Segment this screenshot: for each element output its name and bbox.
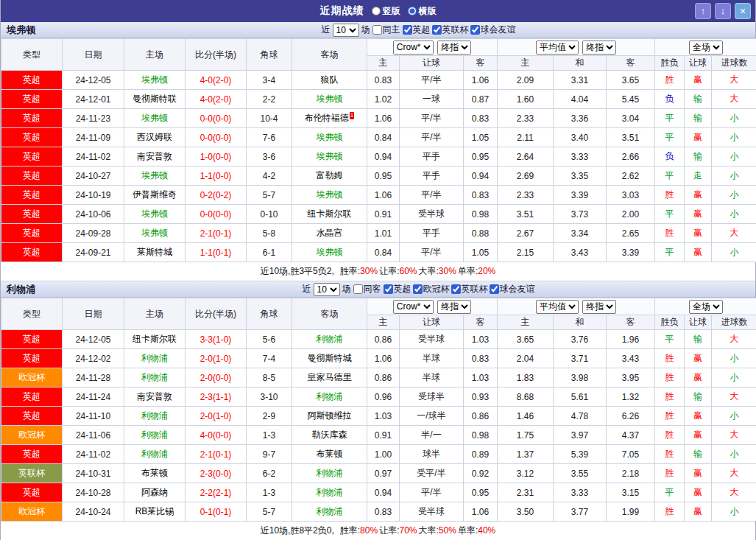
league-type: 英超 [1, 330, 63, 349]
match-date: 24-10-24 [63, 502, 124, 522]
match-row[interactable]: 欧冠杯24-11-06利物浦4-0(0-0)1-3勒沃库森0.91半/一0.98… [1, 426, 756, 445]
asia-home-odds: 0.94 [367, 483, 400, 502]
asia-home-odds: 0.91 [367, 205, 400, 224]
handicap-result: 输 [685, 388, 712, 407]
away-team: 富勒姆 [292, 166, 367, 186]
match-row[interactable]: 英超24-09-21莱斯特城1-1(0-1)6-1埃弗顿0.84平/半1.052… [1, 243, 756, 262]
league-filter[interactable]: 英联杯 [432, 24, 469, 36]
match-row[interactable]: 欧冠杯24-10-24RB莱比锡0-1(0-1)5-7利物浦0.83受半球1.0… [1, 502, 756, 522]
match-row[interactable]: 英超24-12-02利物浦2-0(1-0)7-4曼彻斯特城1.06半球0.832… [1, 349, 756, 368]
scroll-down-button[interactable]: ↓ [715, 3, 731, 19]
match-row[interactable]: 英超24-11-02利物浦2-1(0-1)9-7布莱顿1.00球半0.891.3… [1, 445, 756, 464]
match-row[interactable]: 英超24-11-02南安普敦1-0(0-0)3-6埃弗顿0.94平手0.952.… [1, 147, 756, 166]
match-row[interactable]: 英超24-10-27埃弗顿1-1(0-0)4-2富勒姆0.95平手0.942.6… [1, 166, 756, 186]
match-row[interactable]: 英超24-11-10利物浦2-0(1-0)2-9阿斯顿维拉1.03一/球半0.8… [1, 407, 756, 426]
corner-score: 4-2 [247, 166, 292, 186]
same-venue-checkbox[interactable] [372, 25, 382, 35]
corner-score: 7-4 [247, 349, 292, 368]
match-row[interactable]: 英超24-12-05纽卡斯尔联3-3(1-0)5-6利物浦0.86受半球1.03… [1, 330, 756, 349]
league-checkbox[interactable] [490, 284, 499, 294]
same-venue-checkbox[interactable] [353, 284, 363, 294]
league-checkbox[interactable] [470, 25, 480, 35]
horizontal-radio[interactable] [408, 7, 417, 15]
euro-time-select[interactable]: 终指 [582, 41, 616, 55]
match-row[interactable]: 英超24-09-28埃弗顿2-1(0-1)5-8水晶宫1.01平手0.882.6… [1, 224, 756, 243]
asia-home-odds: 1.00 [367, 445, 400, 464]
euro-away-odds: 5.45 [607, 90, 655, 109]
asia-away-odds: 0.93 [464, 388, 498, 407]
match-count-select[interactable]: 10 [333, 24, 359, 37]
match-row[interactable]: 英超24-10-19伊普斯维奇0-2(0-2)5-7埃弗顿1.06平/半0.83… [1, 186, 756, 205]
goals-result: 大 [712, 330, 756, 349]
league-checkbox[interactable] [413, 284, 423, 294]
league-filter[interactable]: 欧冠杯 [413, 283, 450, 295]
recent-results-window: 近期战绩 竖版 横版 ↑ ↓ × 埃弗顿 近 10 场 [0, 0, 756, 540]
same-venue-filter[interactable]: 同客 [353, 283, 381, 295]
away-team: 曼彻斯特城 [292, 349, 367, 368]
asia-time-select[interactable]: 终指 [437, 300, 471, 314]
league-checkbox[interactable] [403, 25, 412, 35]
match-result: 胜 [655, 71, 685, 90]
asia-away-odds: 0.86 [464, 407, 498, 426]
league-checkbox[interactable] [384, 284, 393, 294]
match-result: 平 [655, 109, 685, 128]
match-row[interactable]: 英超24-11-23埃弗顿0-0(0-0)10-4布伦特福德11.06平/半0.… [1, 109, 756, 128]
euro-company-select[interactable]: 平均值 [536, 300, 579, 314]
euro-company-select[interactable]: 平均值 [536, 41, 579, 55]
league-filter[interactable]: 英超 [384, 283, 411, 295]
score: 2-0(0-0) [186, 368, 247, 388]
match-row[interactable]: 欧冠杯24-11-28利物浦2-0(0-0)8-5皇家马德里0.86半球1.03… [1, 368, 756, 388]
match-row[interactable]: 英超24-12-05埃弗顿4-0(2-0)3-4狼队0.83平/半1.062.0… [1, 71, 756, 90]
asia-home-odds: 0.96 [367, 388, 400, 407]
asia-company-select[interactable]: Crow* [393, 300, 434, 314]
euro-draw-odds: 4.04 [554, 90, 607, 109]
stat-value: 50% [439, 525, 456, 536]
euro-draw-odds: 5.61 [554, 388, 607, 407]
corner-score: 8-5 [247, 368, 292, 388]
stat-label: 让率: [379, 525, 399, 536]
same-venue-filter[interactable]: 同主 [372, 24, 400, 36]
handicap-result: 赢 [685, 407, 712, 426]
match-row[interactable]: 英超24-10-28阿森纳2-2(2-1)1-3利物浦0.94平/半0.952.… [1, 483, 756, 502]
match-count-select[interactable]: 10 [314, 283, 340, 296]
goals-result: 大 [712, 71, 756, 90]
match-row[interactable]: 英超24-11-09西汉姆联0-0(0-0)7-6埃弗顿0.84平/半1.052… [1, 128, 756, 147]
match-row[interactable]: 英超24-11-24南安普敦2-3(1-1)3-10利物浦0.96受球半0.93… [1, 388, 756, 407]
euro-away-odds: 3.95 [607, 368, 655, 388]
layout-radio-horizontal[interactable]: 横版 [408, 5, 437, 18]
match-date: 24-11-02 [63, 445, 124, 464]
match-date: 24-10-28 [63, 483, 124, 502]
vertical-radio[interactable] [372, 7, 381, 15]
asia-time-select[interactable]: 终指 [437, 41, 471, 55]
scroll-up-button[interactable]: ↑ [695, 3, 711, 19]
match-date: 24-10-31 [63, 464, 124, 483]
stat-label: 大率: [419, 266, 439, 276]
home-team: 利物浦 [124, 368, 186, 388]
league-filter[interactable]: 球会友谊 [490, 283, 535, 295]
league-checkbox[interactable] [432, 25, 442, 35]
asia-company-select[interactable]: Crow* [393, 41, 434, 55]
match-result: 平 [655, 128, 685, 147]
league-filter[interactable]: 英超 [403, 24, 431, 36]
stat-label: 胜率: [340, 266, 360, 276]
league-filter[interactable]: 英联杯 [451, 283, 488, 295]
goals-result: 小 [712, 243, 756, 262]
layout-radio-vertical[interactable]: 竖版 [372, 5, 400, 18]
match-row[interactable]: 英超24-12-01曼彻斯特联4-0(2-0)2-2埃弗顿1.02一球0.871… [1, 90, 756, 109]
match-date: 24-09-21 [63, 243, 124, 262]
league-filter[interactable]: 球会友谊 [470, 24, 516, 36]
scope-select[interactable]: 全场 [689, 41, 723, 55]
match-row[interactable]: 英联杯24-10-31布莱顿2-3(0-0)6-2利物浦0.97受平/半0.92… [1, 464, 756, 483]
col-date: 日期 [63, 298, 124, 330]
match-row[interactable]: 英超24-10-06埃弗顿0-0(0-0)0-10纽卡斯尔联0.91受半球0.9… [1, 205, 756, 224]
euro-away-odds: 7.05 [607, 445, 655, 464]
col-date: 日期 [63, 39, 124, 71]
handicap-result: 赢 [685, 186, 712, 205]
close-button[interactable]: × [735, 3, 751, 19]
league-checkbox[interactable] [451, 284, 461, 294]
home-team: 西汉姆联 [124, 128, 186, 147]
euro-time-select[interactable]: 终指 [582, 300, 616, 314]
asia-handicap: 受半球 [400, 502, 464, 522]
scope-select[interactable]: 全场 [689, 300, 723, 314]
handicap-result: 赢 [685, 205, 712, 224]
